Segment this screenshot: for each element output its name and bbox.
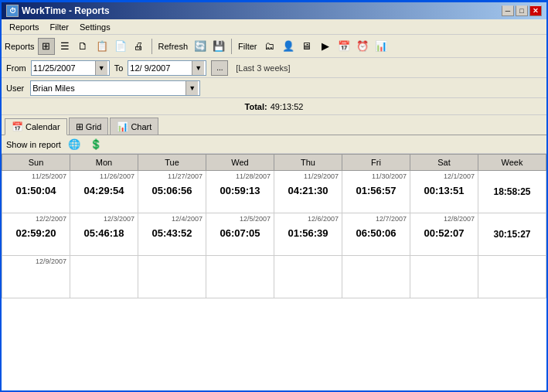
table-row: 11/25/200701:50:0411/26/200704:29:5411/2… bbox=[2, 171, 546, 213]
week-total-cell: 18:58:25 bbox=[478, 171, 546, 213]
tb-export1-icon[interactable]: 🗋 bbox=[75, 38, 92, 55]
calendar-cell[interactable]: 11/27/200705:06:56 bbox=[138, 171, 206, 213]
cell-time: 06:50:06 bbox=[345, 227, 407, 239]
tb-report-icon[interactable]: 📊 bbox=[373, 38, 390, 55]
cell-time: 05:43:52 bbox=[141, 227, 203, 239]
week-total-cell: 30:15:27 bbox=[478, 213, 546, 256]
tb-copy-icon[interactable]: 📄 bbox=[112, 38, 129, 55]
tb-clock-icon[interactable]: ⏰ bbox=[354, 38, 371, 55]
calendar-cell[interactable]: 12/2/200702:59:20 bbox=[2, 213, 70, 256]
calendar-table: Sun Mon Tue Wed Thu Fri Sat Week 11/25/2… bbox=[2, 154, 546, 298]
calendar-cell[interactable] bbox=[70, 256, 138, 298]
cell-time: 05:46:18 bbox=[73, 227, 134, 239]
calendar-cell[interactable]: 11/29/200704:21:30 bbox=[274, 171, 342, 213]
cell-date: 11/28/2007 bbox=[209, 172, 271, 180]
filter-label: Filter bbox=[238, 42, 257, 51]
tb-list-icon[interactable]: ☰ bbox=[56, 38, 73, 55]
to-date-dropdown[interactable]: ▼ bbox=[192, 61, 204, 75]
tb-calendar-icon[interactable]: 📅 bbox=[335, 38, 352, 55]
cell-date: 11/25/2007 bbox=[5, 172, 66, 180]
user-dropdown-arrow[interactable]: ▼ bbox=[186, 81, 198, 95]
window-title: WorkTime - Reports bbox=[22, 5, 110, 16]
minimize-button[interactable]: ─ bbox=[502, 5, 514, 16]
calendar-cell[interactable]: 12/1/200700:13:51 bbox=[410, 171, 478, 213]
cell-time: 00:59:13 bbox=[209, 185, 271, 196]
cell-time: 02:59:20 bbox=[5, 227, 66, 239]
calendar-cell[interactable]: 11/30/200701:56:57 bbox=[342, 171, 410, 213]
tb-user-icon[interactable]: 👤 bbox=[280, 38, 297, 55]
show-money-icon[interactable]: 🌐 bbox=[66, 136, 83, 153]
menu-reports[interactable]: Reports bbox=[5, 22, 44, 32]
tab-grid[interactable]: ⊞ Grid bbox=[69, 118, 109, 135]
tb-computer-icon[interactable]: 🖥 bbox=[298, 38, 315, 55]
header-tue: Tue bbox=[138, 155, 206, 171]
cell-time: 00:52:07 bbox=[414, 227, 475, 239]
calendar-cell[interactable] bbox=[138, 256, 206, 298]
from-date-field[interactable]: 11/25/2007 bbox=[33, 63, 95, 73]
menu-settings[interactable]: Settings bbox=[75, 22, 115, 32]
cell-time: 05:06:56 bbox=[141, 185, 203, 196]
calendar-cell[interactable]: 12/5/200706:07:05 bbox=[206, 213, 274, 256]
calendar-cell[interactable] bbox=[274, 256, 342, 298]
cell-date: 12/6/2007 bbox=[277, 215, 339, 223]
tb-arrow-icon[interactable]: ▶ bbox=[317, 38, 334, 55]
total-row: Total: 49:13:52 bbox=[2, 98, 546, 115]
calendar-cell[interactable] bbox=[206, 256, 274, 298]
calendar-cell[interactable]: 12/9/2007 bbox=[2, 256, 70, 298]
week-total-cell bbox=[478, 256, 546, 298]
to-date-field[interactable]: 12/ 9/2007 bbox=[130, 63, 192, 73]
header-mon: Mon bbox=[70, 155, 138, 171]
tb-table-icon[interactable]: ⊞ bbox=[38, 38, 55, 55]
header-week: Week bbox=[478, 155, 546, 171]
calendar-cell[interactable]: 12/7/200706:50:06 bbox=[342, 213, 410, 256]
refresh-icon[interactable]: 🔄 bbox=[192, 38, 209, 55]
reports-toolbar-label: Reports bbox=[5, 42, 35, 51]
user-value: Brian Miles bbox=[32, 84, 186, 93]
main-window: ⏱ WorkTime - Reports ─ □ ✕ Reports Filte… bbox=[0, 0, 548, 392]
date-row: From 11/25/2007 ▼ To 12/ 9/2007 ▼ ... [L… bbox=[2, 58, 546, 78]
to-date-input[interactable]: 12/ 9/2007 ▼ bbox=[128, 60, 206, 76]
calendar-cell[interactable]: 12/6/200701:56:39 bbox=[274, 213, 342, 256]
toolbar: Reports ⊞ ☰ 🗋 📋 📄 🖨 Refresh 🔄 💾 Filter 🗂… bbox=[2, 35, 546, 58]
calendar-cell[interactable]: 12/8/200700:52:07 bbox=[410, 213, 478, 256]
tb-save-icon[interactable]: 💾 bbox=[210, 38, 227, 55]
tabs-row: 📅 Calendar ⊞ Grid 📊 Chart bbox=[2, 115, 546, 135]
close-button[interactable]: ✕ bbox=[529, 5, 542, 16]
tab-chart[interactable]: 📊 Chart bbox=[110, 118, 158, 135]
cell-date: 11/30/2007 bbox=[345, 172, 407, 180]
calendar-cell[interactable]: 11/28/200700:59:13 bbox=[206, 171, 274, 213]
calendar-cell[interactable]: 12/3/200705:46:18 bbox=[70, 213, 138, 256]
title-bar: ⏱ WorkTime - Reports ─ □ ✕ bbox=[2, 2, 546, 19]
calendar-header-row: Sun Mon Tue Wed Thu Fri Sat Week bbox=[2, 155, 546, 171]
menu-filter[interactable]: Filter bbox=[46, 22, 73, 32]
cell-date: 12/7/2007 bbox=[345, 215, 407, 223]
tab-calendar[interactable]: 📅 Calendar bbox=[5, 118, 67, 135]
show-in-report-label: Show in report bbox=[6, 140, 61, 149]
total-value: 49:13:52 bbox=[271, 102, 304, 111]
cell-date: 12/4/2007 bbox=[141, 215, 203, 223]
total-label: Total: bbox=[245, 102, 267, 111]
show-clock-icon[interactable]: 💲 bbox=[87, 136, 104, 153]
table-row: 12/2/200702:59:2012/3/200705:46:1812/4/2… bbox=[2, 213, 546, 256]
cell-date: 11/26/2007 bbox=[73, 172, 134, 180]
from-date-dropdown[interactable]: ▼ bbox=[95, 61, 107, 75]
restore-button[interactable]: □ bbox=[516, 5, 528, 16]
tb-export2-icon[interactable]: 📋 bbox=[94, 38, 111, 55]
range-label: [Last 3 weeks] bbox=[236, 63, 290, 73]
calendar-cell[interactable]: 12/4/200705:43:52 bbox=[138, 213, 206, 256]
cell-date: 11/29/2007 bbox=[277, 172, 339, 180]
header-fri: Fri bbox=[342, 155, 410, 171]
from-date-input[interactable]: 11/25/2007 ▼ bbox=[31, 60, 110, 76]
cell-date: 12/1/2007 bbox=[414, 172, 475, 180]
calendar-cell[interactable] bbox=[410, 256, 478, 298]
calendar-cell[interactable]: 11/26/200704:29:54 bbox=[70, 171, 138, 213]
tb-print-icon[interactable]: 🖨 bbox=[131, 38, 148, 55]
calendar-cell[interactable] bbox=[342, 256, 410, 298]
refresh-label: Refresh bbox=[158, 42, 189, 51]
calendar-cell[interactable]: 11/25/200701:50:04 bbox=[2, 171, 70, 213]
date-range-btn[interactable]: ... bbox=[211, 60, 228, 76]
user-select[interactable]: Brian Miles ▼ bbox=[30, 80, 200, 96]
tb-filter1-icon[interactable]: 🗂 bbox=[261, 38, 278, 55]
cell-time: 06:07:05 bbox=[209, 227, 271, 239]
cell-time: 01:56:39 bbox=[277, 227, 339, 239]
